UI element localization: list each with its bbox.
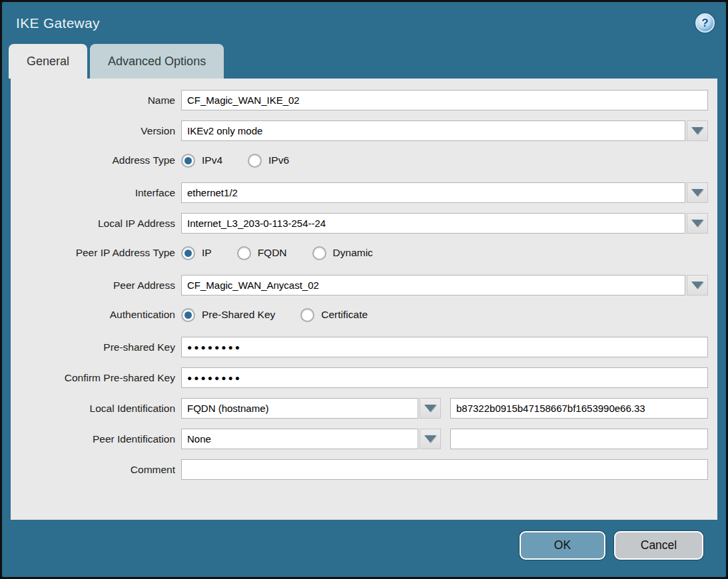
help-icon[interactable]: ?: [695, 13, 715, 33]
version-combobox: [181, 120, 708, 141]
radio-option-ipv6[interactable]: IPv6: [248, 154, 289, 168]
radio-icon: [181, 308, 195, 322]
interface-dropdown-trigger[interactable]: [687, 182, 708, 203]
version-dropdown-trigger[interactable]: [687, 120, 708, 141]
name-input[interactable]: [181, 90, 708, 110]
radio-label-fqdn: FQDN: [258, 247, 287, 259]
radio-icon: [237, 246, 251, 260]
radio-option-ipv4[interactable]: IPv4: [181, 154, 222, 168]
tab-advanced-options[interactable]: Advanced Options: [90, 44, 224, 79]
comment-label: Comment: [11, 464, 181, 476]
peer-identification-value-input[interactable]: [450, 429, 708, 449]
name-label: Name: [11, 95, 181, 106]
peer-identification-type-combobox: [181, 429, 441, 449]
peer-ip-address-type-label: Peer IP Address Type: [11, 247, 181, 259]
local-ip-address-row: Local IP Address: [11, 213, 708, 234]
dialog-titlebar: IKE Gateway ?: [2, 2, 726, 44]
local-identification-label: Local Identification: [11, 403, 181, 415]
radio-option-fqdn[interactable]: FQDN: [237, 246, 287, 260]
address-type-radiogroup: IPv4 IPv6: [181, 154, 289, 168]
local-ip-address-dropdown-trigger[interactable]: [687, 213, 708, 234]
local-identification-type-combobox: [181, 398, 441, 419]
comment-input[interactable]: [181, 459, 708, 480]
authentication-label: Authentication: [11, 309, 181, 321]
peer-address-dropdown-trigger[interactable]: [687, 275, 708, 295]
confirm-pre-shared-key-input[interactable]: [181, 367, 708, 388]
version-label: Version: [11, 125, 181, 137]
interface-combobox: [181, 182, 708, 203]
interface-input[interactable]: [181, 182, 685, 203]
radio-label-dynamic: Dynamic: [333, 247, 373, 259]
radio-icon: [300, 308, 314, 322]
tab-general[interactable]: General: [9, 44, 87, 79]
confirm-pre-shared-key-row: Confirm Pre-shared Key: [11, 367, 708, 388]
radio-option-ip[interactable]: IP: [181, 246, 212, 260]
version-row: Version: [11, 120, 708, 141]
dialog-title: IKE Gateway: [16, 15, 100, 31]
chevron-down-icon: [424, 405, 436, 412]
name-row: Name: [11, 90, 708, 110]
peer-identification-row: Peer Identification: [11, 429, 708, 449]
tab-bar: General Advanced Options: [2, 44, 726, 79]
radio-icon: [181, 154, 195, 168]
pre-shared-key-label: Pre-shared Key: [11, 341, 181, 353]
chevron-down-icon: [691, 127, 703, 134]
peer-ip-address-type-radiogroup: IP FQDN Dynamic: [181, 246, 373, 260]
general-tab-panel: Name Version Address Type IPv4: [11, 79, 717, 520]
version-input[interactable]: [181, 120, 685, 141]
ok-button[interactable]: OK: [520, 531, 605, 560]
ike-gateway-dialog: IKE Gateway ? General Advanced Options N…: [0, 0, 728, 579]
comment-row: Comment: [11, 459, 708, 480]
peer-address-input[interactable]: [181, 275, 685, 295]
interface-row: Interface: [11, 182, 708, 203]
authentication-row: Authentication Pre-Shared Key Certificat…: [11, 305, 708, 324]
local-identification-dropdown-trigger[interactable]: [420, 398, 441, 419]
radio-option-certificate[interactable]: Certificate: [300, 308, 368, 322]
chevron-down-icon: [424, 435, 436, 443]
dialog-footer: OK Cancel: [2, 520, 726, 560]
pre-shared-key-input[interactable]: [181, 337, 708, 357]
radio-label-ipv6: IPv6: [268, 154, 289, 166]
peer-ip-address-type-row: Peer IP Address Type IP FQDN Dynamic: [11, 244, 708, 262]
radio-label-ip: IP: [202, 247, 212, 259]
peer-identification-label: Peer Identification: [11, 433, 181, 445]
local-identification-row: Local Identification: [11, 398, 708, 419]
cancel-button[interactable]: Cancel: [614, 531, 703, 560]
peer-identification-dropdown-trigger[interactable]: [420, 429, 441, 449]
peer-address-combobox: [181, 275, 708, 295]
peer-address-label: Peer Address: [11, 280, 181, 291]
local-ip-address-input[interactable]: [181, 213, 685, 234]
radio-icon: [181, 246, 195, 260]
address-type-row: Address Type IPv4 IPv6: [11, 151, 708, 170]
radio-icon: [248, 154, 262, 168]
local-identification-value-input[interactable]: [450, 398, 708, 419]
chevron-down-icon: [691, 282, 703, 289]
local-identification-type-input[interactable]: [181, 398, 418, 419]
local-ip-address-combobox: [181, 213, 708, 234]
interface-label: Interface: [11, 187, 181, 199]
peer-address-row: Peer Address: [11, 275, 708, 295]
peer-identification-type-input[interactable]: [181, 429, 418, 449]
radio-label-ipv4: IPv4: [202, 154, 222, 166]
chevron-down-icon: [691, 189, 703, 196]
authentication-radiogroup: Pre-Shared Key Certificate: [181, 308, 368, 322]
radio-label-certificate: Certificate: [321, 309, 368, 321]
radio-option-dynamic[interactable]: Dynamic: [312, 246, 373, 260]
chevron-down-icon: [691, 220, 703, 227]
radio-icon: [312, 246, 326, 260]
pre-shared-key-row: Pre-shared Key: [11, 337, 708, 357]
local-ip-address-label: Local IP Address: [11, 218, 181, 230]
radio-option-pre-shared-key[interactable]: Pre-Shared Key: [181, 308, 275, 322]
radio-label-pre-shared-key: Pre-Shared Key: [202, 309, 275, 321]
confirm-pre-shared-key-label: Confirm Pre-shared Key: [11, 372, 181, 384]
address-type-label: Address Type: [11, 154, 181, 166]
